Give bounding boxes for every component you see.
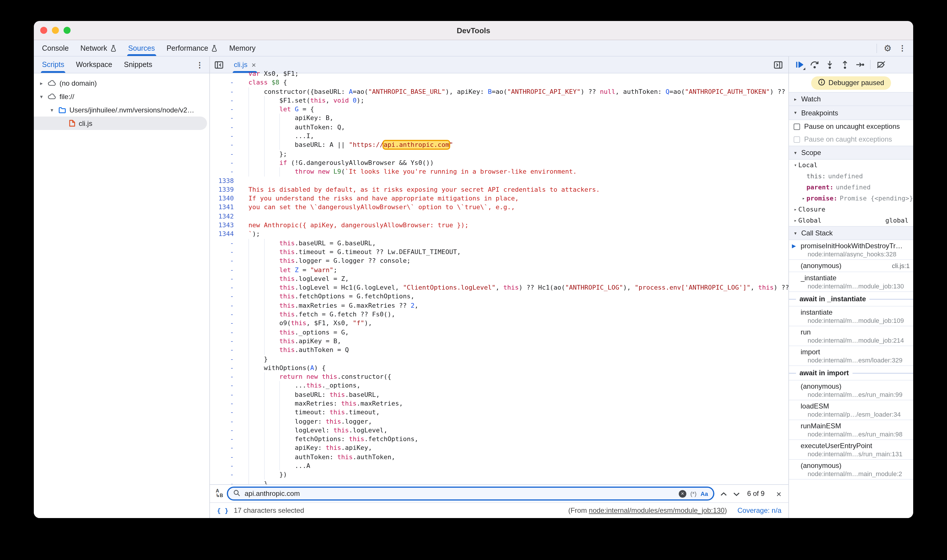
close-tab-icon[interactable]: × xyxy=(251,60,256,69)
line-number[interactable] xyxy=(210,69,239,78)
line-number[interactable]: - xyxy=(210,444,239,453)
breakpoint-option[interactable]: Pause on uncaught exceptions xyxy=(789,120,913,133)
tab-sources[interactable]: Sources xyxy=(122,40,160,56)
line-number[interactable]: - xyxy=(210,346,239,355)
line-number[interactable]: - xyxy=(210,87,239,96)
callstack-frame[interactable]: instantiatenode:internal/m…module_job:10… xyxy=(789,306,913,326)
step-into-icon[interactable] xyxy=(823,58,836,71)
coverage-link[interactable]: Coverage: n/a xyxy=(737,506,781,515)
more-options-icon[interactable]: ⋮ xyxy=(899,44,906,52)
line-number[interactable]: - xyxy=(210,141,239,150)
line-number[interactable]: - xyxy=(210,337,239,346)
line-number[interactable]: - xyxy=(210,435,239,444)
line-number[interactable]: 1341 xyxy=(210,203,239,212)
navigator-toggle-icon[interactable] xyxy=(210,61,228,68)
line-number[interactable]: - xyxy=(210,417,239,426)
line-number[interactable]: - xyxy=(210,274,239,283)
line-number[interactable]: - xyxy=(210,292,239,301)
scope-closure[interactable]: ▸Closure xyxy=(789,204,913,215)
line-number[interactable]: 1338 xyxy=(210,176,239,185)
tab-performance[interactable]: Performance xyxy=(160,40,223,56)
line-number[interactable]: - xyxy=(210,426,239,435)
section-callstack[interactable]: ▾ Call Stack xyxy=(789,226,913,240)
clear-search-icon[interactable]: × xyxy=(679,490,686,497)
line-number[interactable]: - xyxy=(210,471,239,480)
line-number[interactable]: - xyxy=(210,310,239,319)
line-number[interactable]: 1340 xyxy=(210,194,239,203)
checkbox[interactable] xyxy=(794,136,800,143)
callstack-frame[interactable]: ▶promiseInitHookWithDestroyTr…node:inter… xyxy=(789,240,913,260)
chevron-expanded-icon[interactable]: ▾ xyxy=(39,94,44,99)
line-number[interactable]: - xyxy=(210,382,239,391)
callstack-frame[interactable]: runnode:internal/m…module_job:214 xyxy=(789,326,913,346)
callstack-frame[interactable]: (anonymous)cli.js:1 xyxy=(789,260,913,272)
checkbox[interactable] xyxy=(794,123,800,130)
navigator-tab-snippets[interactable]: Snippets xyxy=(118,57,158,73)
line-number[interactable]: - xyxy=(210,408,239,417)
section-scope[interactable]: ▾ Scope xyxy=(789,146,913,160)
breakpoint-option[interactable]: Pause on caught exceptions xyxy=(789,133,913,146)
line-number[interactable]: - xyxy=(210,96,239,105)
line-number[interactable]: - xyxy=(210,462,239,471)
line-number[interactable]: - xyxy=(210,265,239,274)
debugger-panel-toggle-icon[interactable] xyxy=(768,61,788,68)
close-search-icon[interactable]: × xyxy=(776,489,781,498)
previous-match-icon[interactable] xyxy=(720,488,727,499)
scope-local[interactable]: ▾Local xyxy=(789,160,913,171)
line-number[interactable]: - xyxy=(210,123,239,132)
tab-memory[interactable]: Memory xyxy=(223,40,261,56)
step-icon[interactable] xyxy=(853,58,867,71)
regex-toggle[interactable]: (*) xyxy=(690,490,697,497)
match-case-toggle[interactable]: Aa xyxy=(701,490,708,497)
line-number[interactable]: - xyxy=(210,114,239,123)
line-number[interactable]: 1339 xyxy=(210,185,239,194)
callstack-frame[interactable]: _instantiatenode:internal/m…module_job:1… xyxy=(789,272,913,292)
line-number[interactable]: - xyxy=(210,158,239,168)
source-file-link[interactable]: node:internal/modules/esm/module_job:130 xyxy=(589,506,725,515)
line-number[interactable]: - xyxy=(210,238,239,248)
line-number[interactable]: - xyxy=(210,372,239,382)
replace-toggle-icon[interactable]: A ↳B xyxy=(216,489,223,498)
line-number[interactable]: - xyxy=(210,328,239,337)
tab-network[interactable]: Network xyxy=(75,40,122,56)
navigator-tab-scripts[interactable]: Scripts xyxy=(36,57,70,73)
line-number[interactable]: - xyxy=(210,132,239,141)
callstack-frame[interactable]: runMainESMnode:internal/m…es/run_main:98 xyxy=(789,420,913,440)
line-number[interactable]: - xyxy=(210,453,239,462)
chevron-collapsed-icon[interactable]: ▸ xyxy=(800,196,807,201)
tree-item-file-[interactable]: ▾file:// xyxy=(34,90,207,103)
line-number[interactable]: - xyxy=(210,248,239,257)
scope-property-promise[interactable]: ▸promise: Promise {<pending>} xyxy=(789,193,913,204)
line-number[interactable]: 1344 xyxy=(210,230,239,239)
scope-property-this[interactable]: this: undefined xyxy=(789,171,913,182)
tree-item-users-jinhuilee-nvm-versions-node-v2-[interactable]: ▾Users/jinhuilee/.nvm/versions/node/v2… xyxy=(34,103,207,117)
callstack-frame[interactable]: importnode:internal/m…esm/loader:329 xyxy=(789,346,913,366)
line-number[interactable]: - xyxy=(210,390,239,399)
tree-item-cli-js[interactable]: cli.js xyxy=(34,117,207,130)
line-number[interactable]: - xyxy=(210,364,239,373)
line-number[interactable]: - xyxy=(210,168,239,177)
chevron-expanded-icon[interactable]: ▾ xyxy=(49,107,55,113)
line-number[interactable]: - xyxy=(210,355,239,364)
tree-item--no-domain-[interactable]: ▸(no domain) xyxy=(34,76,207,90)
step-out-icon[interactable] xyxy=(838,58,851,71)
search-input[interactable]: api.anthropic.com × (*) Aa xyxy=(227,486,714,500)
line-number[interactable]: - xyxy=(210,78,239,88)
code-editor[interactable]: var Xs0, $F1;-class $8 {-constructor({ba… xyxy=(210,69,788,484)
line-number[interactable]: - xyxy=(210,301,239,310)
callstack-frame[interactable]: (anonymous)node:internal/m…es/run_main:9… xyxy=(789,380,913,400)
step-over-icon[interactable] xyxy=(808,58,821,71)
line-number[interactable]: - xyxy=(210,105,239,114)
line-number[interactable]: - xyxy=(210,283,239,292)
search-query[interactable]: api.anthropic.com xyxy=(245,489,675,498)
pretty-print-icon[interactable]: { } xyxy=(217,507,228,514)
line-number[interactable]: 1343 xyxy=(210,221,239,230)
line-number[interactable]: - xyxy=(210,149,239,158)
tab-console[interactable]: Console xyxy=(36,40,75,56)
callstack-frame[interactable]: executeUserEntryPointnode:internal/m…s/r… xyxy=(789,440,913,460)
next-match-icon[interactable] xyxy=(733,488,740,499)
scope-property-parent[interactable]: parent: undefined xyxy=(789,182,913,193)
settings-gear-icon[interactable]: ⚙ xyxy=(884,44,891,52)
line-number[interactable]: - xyxy=(210,479,239,484)
chevron-collapsed-icon[interactable]: ▸ xyxy=(39,80,44,86)
